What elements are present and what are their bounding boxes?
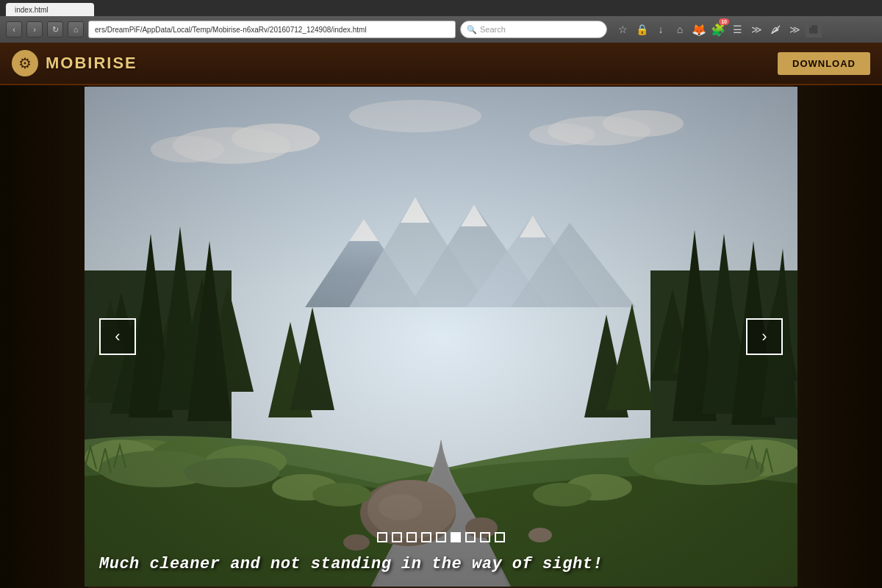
extensions-button[interactable]: 🧩 10 [710, 21, 726, 37]
main-content: ‹ › Much cleaner and not standing in the… [0, 85, 882, 588]
browser-tab[interactable]: index.html [6, 3, 94, 16]
carousel-dot-9[interactable] [495, 532, 505, 542]
addon-icon-2[interactable]: ≫ [786, 21, 803, 37]
carousel-dot-2[interactable] [392, 532, 402, 542]
tab-label: index.html [15, 6, 49, 14]
forward-button[interactable]: › [26, 21, 43, 37]
reload-icon: ↻ [52, 25, 59, 35]
browser-icon-1[interactable]: 🦊 [691, 21, 707, 37]
landscape-svg [85, 87, 797, 587]
carousel-dot-4[interactable] [421, 532, 431, 542]
download-button[interactable]: DOWNLOAD [778, 52, 870, 75]
address-bar[interactable]: ers/DreamPiF/AppData/Local/Temp/Mobirise… [88, 21, 456, 38]
carousel-prev-button[interactable]: ‹ [99, 318, 136, 355]
carousel-dot-6[interactable] [451, 532, 461, 542]
overflow-button[interactable]: ≫ [748, 21, 764, 37]
bg-side-left [0, 85, 88, 588]
bookmark-button[interactable]: ☆ [614, 21, 631, 37]
carousel-dots [377, 532, 505, 542]
address-text: ers/DreamPiF/AppData/Local/Temp/Mobirise… [95, 26, 367, 34]
carousel-dot-7[interactable] [465, 532, 476, 542]
carousel-next-button[interactable]: › [746, 318, 783, 355]
bg-side-right [794, 85, 882, 588]
download-manager-button[interactable]: ↓ [653, 21, 669, 37]
reload-button[interactable]: ↻ [47, 21, 63, 37]
app-topbar: ⚙ MOBIRISE DOWNLOAD [0, 43, 882, 85]
carousel-image [85, 87, 797, 587]
browser-tabs: index.html [0, 0, 882, 16]
prev-arrow-icon: ‹ [115, 327, 120, 346]
carousel-dot-1[interactable] [377, 532, 387, 542]
search-input[interactable]: Search [480, 25, 506, 34]
browser-chrome: index.html ‹ › ↻ ⌂ ers/DreamPiF/AppData/… [0, 0, 882, 43]
gear-icon: ⚙ [18, 54, 32, 72]
app-container: ⚙ MOBIRISE DOWNLOAD [0, 43, 882, 588]
extensions-badge: 10 [719, 18, 729, 25]
svg-rect-63 [85, 87, 797, 587]
home-nav-button[interactable]: ⌂ [672, 21, 688, 37]
menu-button[interactable]: ☰ [729, 21, 745, 37]
home-icon: ⌂ [74, 25, 79, 34]
carousel-dot-8[interactable] [480, 532, 490, 542]
browser-toolbar: ‹ › ↻ ⌂ ers/DreamPiF/AppData/Local/Temp/… [0, 16, 882, 43]
app-title: MOBIRISE [46, 54, 137, 73]
carousel-dot-5[interactable] [436, 532, 446, 542]
toolbar-icons: ☆ 🔒 ↓ ⌂ 🦊 🧩 10 ☰ ≫ 🌶 ≫ ⬛ [614, 21, 822, 37]
app-logo-icon: ⚙ [12, 50, 38, 76]
carousel-container: ‹ › Much cleaner and not standing in the… [85, 87, 797, 587]
next-arrow-icon: › [761, 327, 767, 346]
app-topbar-right: DOWNLOAD [778, 52, 870, 75]
home-button[interactable]: ⌂ [68, 21, 84, 37]
forward-icon: › [33, 25, 36, 34]
search-bar[interactable]: 🔍 Search [460, 21, 607, 38]
carousel-dot-3[interactable] [406, 532, 417, 542]
back-icon: ‹ [12, 25, 15, 34]
search-icon: 🔍 [467, 25, 477, 35]
back-button[interactable]: ‹ [6, 21, 22, 37]
window-controls[interactable]: ⬛ [806, 21, 822, 37]
lock-button[interactable]: 🔒 [634, 21, 650, 37]
addon-icon[interactable]: 🌶 [767, 21, 784, 37]
carousel-caption: Much cleaner and not standing in the way… [85, 549, 797, 579]
